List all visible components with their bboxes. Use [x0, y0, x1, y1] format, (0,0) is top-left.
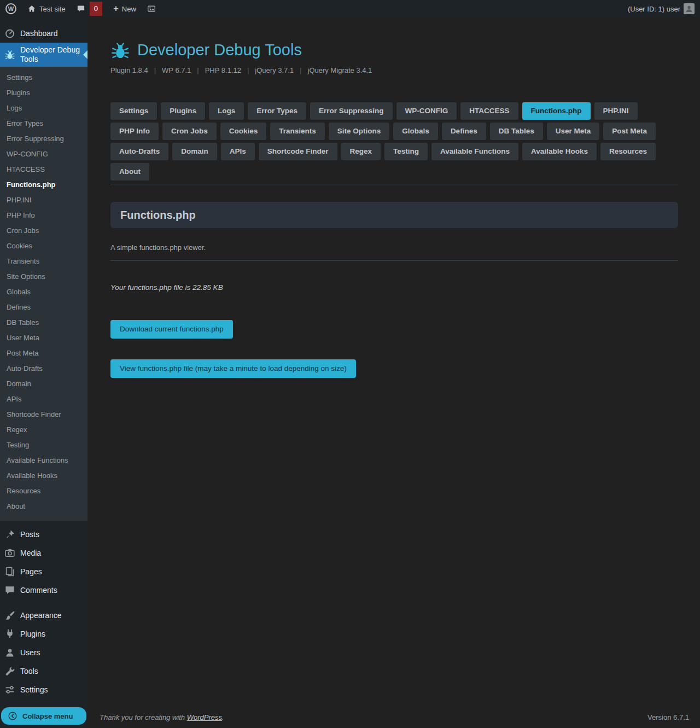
- dashboard-icon: [4, 28, 15, 39]
- debug-tab[interactable]: About: [110, 163, 149, 180]
- debug-tab[interactable]: Globals: [393, 123, 438, 140]
- collapse-menu-button[interactable]: Collapse menu: [1, 707, 86, 725]
- sidebar-item-pages[interactable]: Pages: [0, 562, 88, 581]
- debug-submenu-item[interactable]: About: [0, 499, 88, 514]
- debug-tab[interactable]: DB Tables: [490, 123, 543, 140]
- debug-tab[interactable]: HTACCESS: [460, 102, 518, 120]
- debug-submenu-item[interactable]: Site Options: [0, 269, 88, 284]
- debug-tab[interactable]: Site Options: [329, 123, 390, 140]
- debug-submenu-item[interactable]: Cookies: [0, 238, 88, 254]
- debug-submenu-item[interactable]: Resources: [0, 484, 88, 499]
- comment-icon: [4, 585, 15, 596]
- sidebar-item-appearance[interactable]: Appearance: [0, 606, 88, 625]
- debug-tabs: Settings Plugins Logs Error Types Error …: [110, 102, 678, 184]
- debug-submenu-item[interactable]: Globals: [0, 284, 88, 300]
- debug-submenu-item[interactable]: Error Types: [0, 116, 88, 131]
- debug-tab[interactable]: PHP Info: [110, 123, 159, 140]
- debug-tab[interactable]: Plugins: [161, 102, 205, 120]
- debug-tab[interactable]: PHP.INI: [594, 102, 638, 120]
- footer-version: Version 6.7.1: [648, 713, 689, 721]
- new-content-button[interactable]: + New: [108, 0, 142, 18]
- debug-tab[interactable]: Testing: [384, 143, 428, 160]
- debug-tab[interactable]: Logs: [209, 102, 244, 120]
- debug-submenu-item[interactable]: Auto-Drafts: [0, 361, 88, 376]
- debug-tab[interactable]: Error Types: [248, 102, 306, 120]
- debug-submenu-item[interactable]: Available Hooks: [0, 468, 88, 484]
- sidebar-item-label: Media: [20, 549, 41, 557]
- debug-tab[interactable]: Error Suppressing: [310, 102, 393, 120]
- debug-tab[interactable]: Auto-Drafts: [110, 143, 168, 160]
- sidebar-item-label: Tools: [20, 667, 38, 675]
- wordpress-logo-button[interactable]: [0, 0, 22, 18]
- site-name-link[interactable]: Test site: [22, 0, 71, 18]
- debug-tab[interactable]: Transients: [270, 123, 325, 140]
- debug-tools-bug-icon: [110, 40, 130, 60]
- debug-submenu-item[interactable]: Available Functions: [0, 453, 88, 468]
- debug-submenu-item[interactable]: WP-CONFIG: [0, 147, 88, 162]
- debug-tab[interactable]: Defines: [442, 123, 486, 140]
- debug-submenu-item[interactable]: Shortcode Finder: [0, 407, 88, 422]
- debug-submenu-item[interactable]: Transients: [0, 254, 88, 269]
- debug-tab[interactable]: APIs: [221, 143, 255, 160]
- footer-thanks-text: Thank you for creating with: [100, 713, 187, 721]
- debug-tab[interactable]: Shortcode Finder: [259, 143, 337, 160]
- debug-submenu-item[interactable]: Testing: [0, 438, 88, 453]
- debug-submenu-item[interactable]: Regex: [0, 422, 88, 438]
- debug-tab[interactable]: Cron Jobs: [162, 123, 217, 140]
- debug-tab[interactable]: Functions.php: [522, 102, 591, 120]
- meta-item: jQuery Migrate 3.4.1: [308, 66, 372, 74]
- debug-tab[interactable]: Cookies: [220, 123, 267, 140]
- users-icon: [4, 647, 15, 658]
- debug-submenu-item[interactable]: Functions.php: [0, 177, 88, 193]
- sidebar-item-label: Dashboard: [20, 29, 58, 38]
- debug-submenu-item[interactable]: APIs: [0, 392, 88, 407]
- debug-submenu-item[interactable]: Plugins: [0, 85, 88, 101]
- debug-submenu-item[interactable]: Domain: [0, 376, 88, 392]
- sidebar-item-label: Users: [20, 648, 40, 657]
- sidebar-item-comments[interactable]: Comments: [0, 581, 88, 599]
- debug-tab[interactable]: User Meta: [547, 123, 600, 140]
- sidebar-item-tools[interactable]: Tools: [0, 662, 88, 680]
- debug-tab[interactable]: Available Functions: [431, 143, 518, 160]
- debug-tab[interactable]: Available Hooks: [522, 143, 597, 160]
- camera-icon: [4, 548, 15, 558]
- my-account-link[interactable]: (User ID: 1) user: [622, 0, 700, 18]
- debug-submenu-item[interactable]: Defines: [0, 300, 88, 315]
- debug-submenu-item[interactable]: DB Tables: [0, 315, 88, 330]
- admin-bar: Test site 0 + New (User ID: 1) user: [0, 0, 700, 18]
- debug-tab[interactable]: Resources: [600, 143, 656, 160]
- debug-tab[interactable]: Settings: [110, 102, 157, 120]
- debug-submenu-item[interactable]: Logs: [0, 101, 88, 116]
- debug-submenu-item[interactable]: PHP Info: [0, 208, 88, 223]
- debug-submenu-item[interactable]: Cron Jobs: [0, 223, 88, 238]
- sidebar-item-plugins[interactable]: Plugins: [0, 625, 88, 643]
- debug-submenu-item[interactable]: PHP.INI: [0, 193, 88, 208]
- view-functions-button[interactable]: View functions.php file (may take a minu…: [110, 359, 356, 378]
- sidebar-item-label: Plugins: [20, 630, 45, 638]
- toolbar-image-item[interactable]: [142, 0, 161, 18]
- file-size-info: Your functions.php file is 22.85 KB: [110, 283, 678, 292]
- sidebar-item-developer-debug-tools[interactable]: Developer Debug Tools: [0, 43, 88, 67]
- comments-shortcut[interactable]: 0: [71, 0, 108, 18]
- debug-submenu-item[interactable]: HTACCESS: [0, 162, 88, 177]
- debug-submenu-item[interactable]: Post Meta: [0, 346, 88, 361]
- sidebar-item-media[interactable]: Media: [0, 544, 88, 562]
- debug-tab[interactable]: Post Meta: [603, 123, 656, 140]
- sidebar-item-posts[interactable]: Posts: [0, 525, 88, 544]
- debug-submenu-item[interactable]: User Meta: [0, 330, 88, 346]
- sidebar-item-users[interactable]: Users: [0, 643, 88, 662]
- wordpress-link[interactable]: WordPress: [187, 713, 222, 721]
- debug-submenu-item[interactable]: Error Suppressing: [0, 131, 88, 147]
- debug-tab[interactable]: Domain: [172, 143, 217, 160]
- debug-tools-wrap: Developer Debug Tools Plugin 1.8.4 WP 6.…: [88, 18, 700, 709]
- download-functions-button[interactable]: Download current functions.php: [110, 320, 233, 339]
- home-icon: [27, 4, 36, 13]
- page-header: Developer Debug Tools: [110, 40, 678, 60]
- debug-tab[interactable]: WP-CONFIG: [396, 102, 457, 120]
- pushpin-icon: [4, 529, 15, 540]
- debug-tab[interactable]: Regex: [341, 143, 381, 160]
- sidebar-item-settings[interactable]: Settings: [0, 680, 88, 699]
- wordpress-logo-icon: [5, 3, 16, 14]
- debug-submenu-item[interactable]: Settings: [0, 70, 88, 85]
- sidebar-item-dashboard[interactable]: Dashboard: [0, 24, 88, 43]
